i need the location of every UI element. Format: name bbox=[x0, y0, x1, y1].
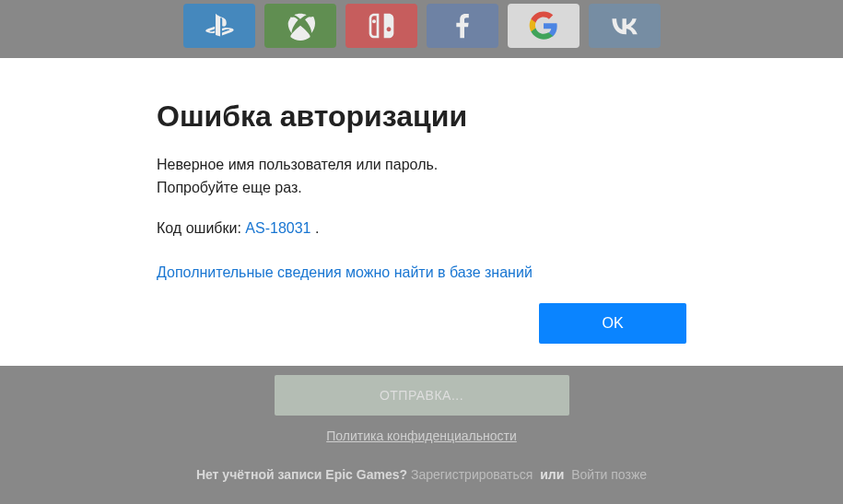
register-link[interactable]: Зарегистрироваться bbox=[411, 467, 533, 482]
error-modal: Ошибка авторизации Неверное имя пользова… bbox=[0, 58, 843, 385]
google-icon bbox=[529, 11, 558, 41]
xbox-button[interactable] bbox=[264, 4, 336, 48]
playstation-button[interactable] bbox=[183, 4, 255, 48]
xbox-icon bbox=[286, 11, 315, 41]
modal-message-line1: Неверное имя пользователя или пароль. bbox=[157, 154, 686, 177]
error-code-label: Код ошибки: bbox=[157, 220, 245, 236]
knowledge-base-link[interactable]: Дополнительные сведения можно найти в ба… bbox=[157, 264, 686, 281]
playstation-icon bbox=[205, 11, 234, 41]
error-code-link[interactable]: AS-18031 bbox=[245, 220, 310, 236]
nintendo-switch-button[interactable] bbox=[345, 4, 417, 48]
signup-row: Нет учётной записи Epic Games? Зарегистр… bbox=[196, 467, 647, 482]
vk-icon bbox=[610, 11, 639, 41]
ok-button[interactable]: OK bbox=[539, 303, 686, 344]
social-login-row bbox=[0, 0, 843, 58]
no-account-label: Нет учётной записи Epic Games? bbox=[196, 467, 407, 482]
modal-message-line2: Попробуйте еще раз. bbox=[157, 177, 686, 200]
error-code-suffix: . bbox=[310, 220, 319, 236]
nintendo-switch-icon bbox=[367, 11, 396, 41]
error-code-row: Код ошибки: AS-18031 . bbox=[157, 220, 686, 237]
login-later-link[interactable]: Войти позже bbox=[571, 467, 647, 482]
modal-message: Неверное имя пользователя или пароль. По… bbox=[157, 154, 686, 200]
facebook-button[interactable] bbox=[427, 4, 498, 48]
footer: ОТПРАВКА... Политика конфиденциальности … bbox=[0, 366, 843, 504]
or-label: или bbox=[540, 467, 564, 482]
vk-button[interactable] bbox=[589, 4, 661, 48]
modal-title: Ошибка авторизации bbox=[157, 100, 686, 134]
privacy-link[interactable]: Политика конфиденциальности bbox=[326, 428, 517, 443]
facebook-icon bbox=[448, 11, 477, 41]
google-button[interactable] bbox=[508, 4, 580, 48]
sending-button: ОТПРАВКА... bbox=[275, 375, 569, 416]
